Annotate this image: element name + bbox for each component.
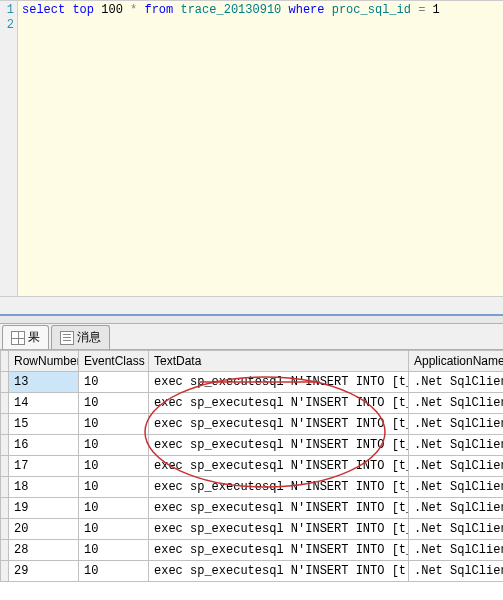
cell[interactable]: exec sp_executesql N'INSERT INTO [t_i... — [149, 456, 409, 477]
cell[interactable]: exec sp_executesql N'INSERT INTO [t_i... — [149, 540, 409, 561]
cell[interactable]: .Net SqlClient D — [409, 540, 504, 561]
cell[interactable]: .Net SqlClient D — [409, 393, 504, 414]
table-row[interactable]: 1810exec sp_executesql N'INSERT INTO [t_… — [1, 477, 504, 498]
corner-cell — [1, 351, 9, 372]
line-number: 1 — [0, 3, 14, 18]
row-header[interactable] — [1, 561, 9, 582]
cell[interactable]: 10 — [79, 435, 149, 456]
splitter[interactable] — [0, 314, 503, 324]
table-row[interactable]: 1510exec sp_executesql N'INSERT INTO [t_… — [1, 414, 504, 435]
cell[interactable]: 10 — [79, 519, 149, 540]
table-row[interactable]: 1310exec sp_executesql N'INSERT INTO [t_… — [1, 372, 504, 393]
cell[interactable]: 10 — [79, 456, 149, 477]
row-header[interactable] — [1, 498, 9, 519]
cell[interactable]: exec sp_executesql N'INSERT INTO [t_i... — [149, 372, 409, 393]
cell[interactable]: 16 — [9, 435, 79, 456]
table-row[interactable]: 1910exec sp_executesql N'INSERT INTO [t_… — [1, 498, 504, 519]
sql-editor[interactable]: 12 select top 100 * from trace_20130910 … — [0, 0, 503, 296]
col-textdata[interactable]: TextData — [149, 351, 409, 372]
table-row[interactable]: 2910exec sp_executesql N'INSERT INTO [t … — [1, 561, 504, 582]
cell[interactable]: 14 — [9, 393, 79, 414]
code-area[interactable]: select top 100 * from trace_20130910 whe… — [18, 1, 503, 296]
row-header[interactable] — [1, 435, 9, 456]
cell[interactable]: .Net SqlClient D — [409, 414, 504, 435]
col-applicationname[interactable]: ApplicationName — [409, 351, 504, 372]
code-line[interactable] — [22, 18, 499, 33]
cell[interactable]: exec sp_executesql N'INSERT INTO [t_i... — [149, 435, 409, 456]
cell[interactable]: 20 — [9, 519, 79, 540]
row-header[interactable] — [1, 456, 9, 477]
row-header[interactable] — [1, 540, 9, 561]
results-pane: 果 消息 RowNumber EventClass TextData Appli… — [0, 324, 503, 600]
table-row[interactable]: 1710exec sp_executesql N'INSERT INTO [t_… — [1, 456, 504, 477]
cell[interactable]: exec sp_executesql N'INSERT INTO [t_i... — [149, 477, 409, 498]
table-row[interactable]: 2010exec sp_executesql N'INSERT INTO [t_… — [1, 519, 504, 540]
cell[interactable]: exec sp_executesql N'INSERT INTO [t i — [149, 561, 409, 582]
cell[interactable]: 17 — [9, 456, 79, 477]
table-row[interactable]: 1610exec sp_executesql N'INSERT INTO [t_… — [1, 435, 504, 456]
cell[interactable]: exec sp_executesql N'INSERT INTO [t_i... — [149, 393, 409, 414]
cell[interactable]: 15 — [9, 414, 79, 435]
cell[interactable]: 10 — [79, 477, 149, 498]
cell[interactable]: .Net SqlClient D — [409, 519, 504, 540]
code-line[interactable]: select top 100 * from trace_20130910 whe… — [22, 3, 499, 18]
tab-results-label: 果 — [28, 329, 40, 346]
table-row[interactable]: 2810exec sp_executesql N'INSERT INTO [t_… — [1, 540, 504, 561]
col-rownumber[interactable]: RowNumber — [9, 351, 79, 372]
cell[interactable]: 10 — [79, 414, 149, 435]
messages-icon — [60, 331, 74, 345]
row-header[interactable] — [1, 393, 9, 414]
cell[interactable]: exec sp_executesql N'INSERT INTO [t_i... — [149, 498, 409, 519]
cell[interactable]: 18 — [9, 477, 79, 498]
cell[interactable]: .Net SqlClient D — [409, 435, 504, 456]
col-eventclass[interactable]: EventClass — [79, 351, 149, 372]
cell[interactable]: .Net SqlClient D — [409, 498, 504, 519]
cell[interactable]: .Net SqlClient D — [409, 456, 504, 477]
row-header[interactable] — [1, 477, 9, 498]
cell[interactable]: exec sp_executesql N'INSERT INTO [t_i... — [149, 519, 409, 540]
table-row[interactable]: 1410exec sp_executesql N'INSERT INTO [t_… — [1, 393, 504, 414]
cell[interactable]: .Net SqlClient D — [409, 372, 504, 393]
cell[interactable]: .Net SqlClient D — [409, 561, 504, 582]
grid-icon — [11, 331, 25, 345]
row-header[interactable] — [1, 414, 9, 435]
cell[interactable]: 19 — [9, 498, 79, 519]
line-gutter: 12 — [0, 1, 18, 296]
cell[interactable]: .Net SqlClient D — [409, 477, 504, 498]
cell[interactable]: 28 — [9, 540, 79, 561]
cell[interactable]: 10 — [79, 498, 149, 519]
tab-messages-label: 消息 — [77, 329, 101, 346]
cell[interactable]: 10 — [79, 372, 149, 393]
tab-messages[interactable]: 消息 — [51, 325, 110, 349]
cell[interactable]: 10 — [79, 540, 149, 561]
result-tabs: 果 消息 — [0, 324, 503, 350]
row-header[interactable] — [1, 519, 9, 540]
results-grid[interactable]: RowNumber EventClass TextData Applicatio… — [0, 350, 503, 600]
tab-results[interactable]: 果 — [2, 325, 49, 349]
grid-body: 1310exec sp_executesql N'INSERT INTO [t_… — [1, 372, 504, 582]
editor-scrollbar[interactable] — [0, 296, 503, 314]
header-row: RowNumber EventClass TextData Applicatio… — [1, 351, 504, 372]
cell[interactable]: 13 — [9, 372, 79, 393]
cell[interactable]: 29 — [9, 561, 79, 582]
cell[interactable]: 10 — [79, 393, 149, 414]
cell[interactable]: exec sp_executesql N'INSERT INTO [t_i... — [149, 414, 409, 435]
line-number: 2 — [0, 18, 14, 33]
cell[interactable]: 10 — [79, 561, 149, 582]
row-header[interactable] — [1, 372, 9, 393]
